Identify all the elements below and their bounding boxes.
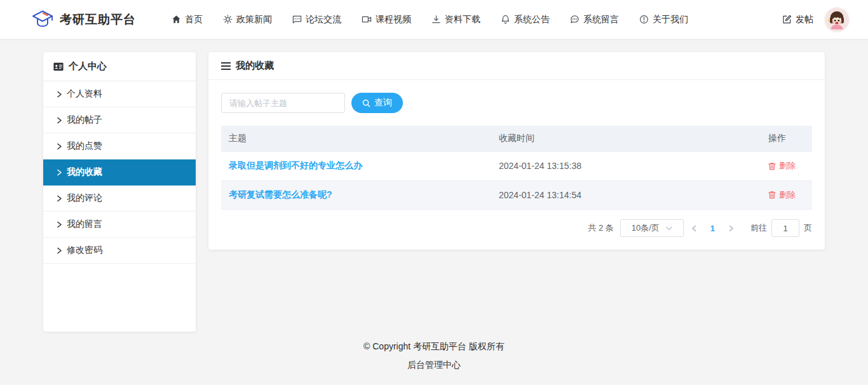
main-nav: 首页 政策新闻 论坛交流 课程视频 [172,14,688,25]
message-icon [570,15,580,24]
goto-page-input[interactable] [771,219,799,237]
goto-suffix: 页 [804,222,812,234]
chevron-right-icon [57,221,62,228]
pagination-total: 共 2 条 [588,222,613,234]
home-icon [172,15,181,24]
search-row: 查询 [221,93,812,113]
copyright-text: © Copyright 考研互助平台 版权所有 [0,341,868,353]
sidebar-item-label: 我的评论 [67,192,102,204]
nav-label: 论坛交流 [306,14,341,25]
page-size-select[interactable]: 10条/页 [620,219,684,237]
nav-item-policy-news[interactable]: 政策新闻 [223,14,272,25]
next-page-button[interactable] [721,225,742,232]
panel-content: 查询 主题 收藏时间 操作 录取但是调剂到不好的专业怎么办 2024-01-24… [208,80,825,250]
bell-icon [501,15,510,24]
topic-link[interactable]: 录取但是调剂到不好的专业怎么办 [229,160,362,170]
goto-prefix: 前往 [750,222,767,234]
new-post-label: 发帖 [796,14,813,25]
chevron-right-icon [57,169,62,176]
table-row: 录取但是调剂到不好的专业怎么办 2024-01-24 13:15:38 删除 [221,152,812,181]
table-header-row: 主题 收藏时间 操作 [221,126,812,152]
sidebar-item-label: 修改密码 [67,245,102,256]
chevron-right-icon [57,195,62,202]
panel-title: 我的收藏 [236,60,274,72]
column-header-topic: 主题 [221,126,491,152]
page-body: 个人中心 个人资料 我的帖子 我的点赞 我的收藏 我的评论 我的留言 修改密码 [0,39,868,332]
graduation-cap-logo-icon [31,8,55,32]
sidebar-item-my-messages[interactable]: 我的留言 [43,212,196,238]
delete-button[interactable]: 删除 [768,189,796,201]
sidebar-header: 个人中心 [43,52,196,81]
chevron-right-icon [57,91,62,98]
chevron-right-icon [57,143,62,150]
page-size-value: 10条/页 [632,222,660,234]
delete-label: 删除 [779,189,796,201]
nav-item-about[interactable]: 关于我们 [639,14,688,25]
footer: © Copyright 考研互助平台 版权所有 后台管理中心 [0,332,868,371]
nav-label: 系统公告 [514,14,550,25]
nav-label: 首页 [185,14,203,25]
video-icon [362,15,372,24]
nav-item-announcements[interactable]: 系统公告 [501,14,550,25]
nav-item-home[interactable]: 首页 [172,14,203,25]
search-button[interactable]: 查询 [351,93,403,113]
nav-item-messages[interactable]: 系统留言 [570,14,619,25]
chevron-right-icon [57,247,62,254]
sidebar-item-my-favorites[interactable]: 我的收藏 [43,159,196,186]
chevron-right-icon [57,117,62,124]
nav-label: 关于我们 [653,14,688,25]
new-post-button[interactable]: 发帖 [782,14,813,25]
panel-header: 我的收藏 [208,52,825,80]
column-header-time: 收藏时间 [491,126,761,152]
admin-center-link[interactable]: 后台管理中心 [0,360,868,371]
sidebar-item-label: 我的收藏 [67,166,102,178]
sidebar-item-change-password[interactable]: 修改密码 [43,238,196,264]
delete-label: 删除 [779,160,796,172]
sidebar-item-label: 个人资料 [67,88,102,100]
nav-item-downloads[interactable]: 资料下载 [431,14,480,25]
sidebar-item-profile[interactable]: 个人资料 [43,81,196,107]
search-icon [362,99,370,107]
sidebar: 个人中心 个人资料 我的帖子 我的点赞 我的收藏 我的评论 我的留言 修改密码 [43,52,196,332]
brand-title: 考研互助平台 [60,11,136,28]
prev-page-button[interactable] [684,225,704,232]
trash-icon [768,162,776,170]
page-number-1[interactable]: 1 [704,224,721,233]
chevron-down-icon [666,226,672,231]
nav-label: 系统留言 [583,14,619,25]
delete-button[interactable]: 删除 [768,160,796,172]
sidebar-item-label: 我的点赞 [67,140,102,152]
search-input[interactable] [221,93,345,113]
sidebar-item-label: 我的留言 [67,219,102,230]
nav-label: 资料下载 [445,14,480,25]
user-avatar[interactable] [825,8,849,32]
column-header-action: 操作 [761,126,812,152]
nav-item-course-video[interactable]: 课程视频 [362,14,411,25]
nav-item-forum[interactable]: 论坛交流 [292,14,341,25]
favorite-time: 2024-01-24 13:15:38 [491,152,761,181]
topic-link[interactable]: 考研复试需要怎么准备呢? [229,189,332,199]
favorite-time: 2024-01-24 13:14:54 [491,180,761,210]
nav-label: 课程视频 [376,14,411,25]
favorites-table: 主题 收藏时间 操作 录取但是调剂到不好的专业怎么办 2024-01-24 13… [221,126,812,210]
id-card-icon [53,62,64,71]
download-icon [431,15,441,24]
favorites-panel: 我的收藏 查询 主题 收藏时 [208,52,825,250]
brand[interactable]: 考研互助平台 [31,8,136,32]
trash-icon [768,191,776,199]
sun-icon [223,15,233,24]
table-row: 考研复试需要怎么准备呢? 2024-01-24 13:14:54 删除 [221,180,812,210]
sidebar-item-my-posts[interactable]: 我的帖子 [43,107,196,133]
header-right: 发帖 [782,8,849,32]
sidebar-item-my-likes[interactable]: 我的点赞 [43,133,196,159]
hamburger-icon [221,62,231,70]
goto-page: 前往 页 [750,219,812,237]
pagination: 共 2 条 10条/页 1 前往 页 [221,219,812,237]
sidebar-title: 个人中心 [69,60,107,72]
search-button-label: 查询 [374,97,392,109]
forum-icon [292,15,302,24]
edit-icon [782,15,792,24]
top-header: 考研互助平台 首页 政策新闻 论坛交流 [0,0,868,39]
info-icon [639,15,649,24]
sidebar-item-my-comments[interactable]: 我的评论 [43,186,196,212]
